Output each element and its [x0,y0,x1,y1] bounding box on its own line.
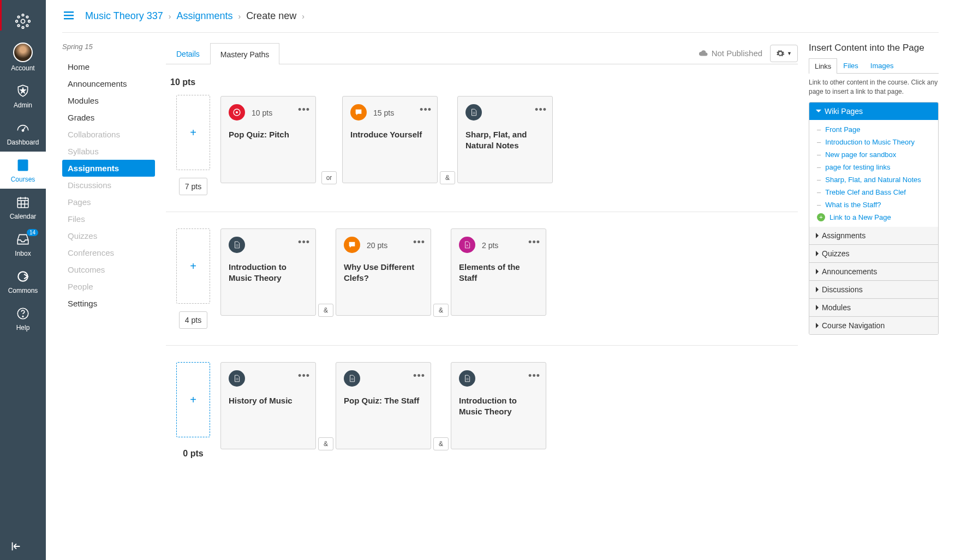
course-nav-syllabus[interactable]: Syllabus [62,143,155,160]
card-title: Introduction to Music Theory [229,262,308,283]
accordion-course-navigation[interactable]: Course Navigation [809,317,938,334]
cloud-icon [699,49,708,58]
accordion-assignments[interactable]: Assignments [809,227,938,244]
discussion-icon [344,237,360,253]
hamburger-button[interactable] [62,9,75,23]
svg-marker-9 [21,88,26,93]
card-menu-button[interactable]: ••• [298,104,310,116]
nav-account[interactable]: Account [0,37,46,77]
path-card[interactable]: ••• Introduction to Music Theory [451,362,546,449]
triangle-right-icon [816,269,819,274]
connector-and[interactable]: & [440,171,455,184]
nav-calendar[interactable]: Calendar [0,189,46,226]
card-menu-button[interactable]: ••• [535,104,547,116]
path-card[interactable]: ••• Introduction to Music Theory [220,228,316,316]
add-item-button[interactable]: + [176,362,210,437]
card-menu-button[interactable]: ••• [528,237,540,248]
path-card[interactable]: 20 pts ••• Why Use Different Clefs? [336,228,431,316]
wiki-page-link[interactable]: –Introduction to Music Theory [809,136,938,148]
settings-button[interactable]: ▼ [770,45,798,62]
svg-point-23 [18,272,27,281]
global-nav: Account Admin Dashboard Courses Calendar… [0,0,46,560]
wiki-page-link[interactable]: –What is the Staff? [809,198,938,211]
sidebar-tab-images[interactable]: Images [864,58,900,73]
nav-label: Help [16,324,30,332]
course-nav-people[interactable]: People [62,278,155,295]
course-nav-grades[interactable]: Grades [62,109,155,126]
accordion-quizzes[interactable]: Quizzes [809,245,938,262]
nav-admin[interactable]: Admin [0,77,46,115]
link-label: Introduction to Music Theory [825,138,915,146]
connector-or[interactable]: or [321,171,337,184]
tabs: Details Mastery Paths [166,43,279,64]
new-page-link[interactable]: +Link to a New Page [809,211,938,224]
nav-label: Calendar [10,213,37,220]
course-nav-home[interactable]: Home [62,58,155,75]
breadcrumb-section[interactable]: Assignments [176,10,232,22]
wiki-page-link[interactable]: –New page for sandbox [809,148,938,161]
logo[interactable] [0,5,46,37]
connector-and[interactable]: & [318,437,333,450]
course-nav-modules[interactable]: Modules [62,92,155,109]
card-menu-button[interactable]: ••• [413,237,425,248]
shield-icon [15,83,31,99]
path-card[interactable]: 10 pts ••• Pop Quiz: Pitch [220,96,316,183]
nav-dashboard[interactable]: Dashboard [0,115,46,152]
svg-point-1 [22,14,24,16]
course-nav-announcements[interactable]: Announcements [62,75,155,92]
card-title: Why Use Different Clefs? [344,262,423,283]
course-nav-settings[interactable]: Settings [62,295,155,312]
path-card[interactable]: ••• History of Music [220,362,316,449]
breadcrumb-course[interactable]: Music Theory 337 [85,10,163,22]
accordion-wiki-pages[interactable]: Wiki Pages [809,103,938,120]
connector-and[interactable]: & [433,304,449,317]
range-lower[interactable]: 7 pts [179,178,207,195]
card-title: Sharp, Flat, and Natural Notes [465,129,545,150]
path-card[interactable]: 15 pts ••• Introduce Yourself [342,96,438,183]
sidebar-tab-files[interactable]: Files [837,58,864,73]
course-nav-discussions[interactable]: Discussions [62,177,155,194]
wiki-page-link[interactable]: –Treble Clef and Bass Clef [809,186,938,198]
add-item-button[interactable]: + [176,228,210,304]
nav-inbox[interactable]: 14 Inbox [0,226,46,263]
nav-label: Account [11,64,34,72]
tab-details[interactable]: Details [166,43,210,64]
wiki-page-link[interactable]: –Front Page [809,123,938,136]
course-nav-outcomes[interactable]: Outcomes [62,261,155,278]
card-points: 20 pts [367,241,387,250]
card-points: 2 pts [482,241,498,250]
nav-commons[interactable]: Commons [0,263,46,300]
course-nav-collaborations[interactable]: Collaborations [62,126,155,143]
nav-label: Dashboard [7,139,39,146]
range-lower[interactable]: 4 pts [179,311,207,329]
accordion-label: Quizzes [822,249,850,258]
sidebar-tab-links[interactable]: Links [809,58,837,74]
course-nav-pages[interactable]: Pages [62,194,155,210]
wiki-page-link[interactable]: –page for testing links [809,161,938,173]
card-menu-button[interactable]: ••• [298,370,310,382]
svg-text:A: A [466,244,468,247]
accordion-modules[interactable]: Modules [809,299,938,316]
card-menu-button[interactable]: ••• [413,370,425,382]
course-nav-files[interactable]: Files [62,210,155,227]
card-menu-button[interactable]: ••• [528,370,540,382]
nav-courses[interactable]: Courses [0,152,46,189]
nav-help[interactable]: Help [0,300,46,337]
course-nav-quizzes[interactable]: Quizzes [62,227,155,244]
tab-mastery-paths[interactable]: Mastery Paths [210,43,279,64]
path-card[interactable]: ••• Pop Quiz: The Staff [336,362,431,449]
course-nav-conferences[interactable]: Conferences [62,244,155,261]
add-item-button[interactable]: + [176,95,210,170]
collapse-nav-button[interactable] [0,533,46,560]
connector-and[interactable]: & [433,437,449,450]
card-menu-button[interactable]: ••• [420,104,432,116]
card-menu-button[interactable]: ••• [298,237,310,248]
path-card[interactable]: ••• Sharp, Flat, and Natural Notes [457,96,553,183]
accordion-discussions[interactable]: Discussions [809,281,938,298]
course-nav-assignments[interactable]: Assignments [62,160,155,177]
wiki-page-link[interactable]: –Sharp, Flat, and Natural Notes [809,173,938,186]
connector-and[interactable]: & [318,304,333,317]
nav-label: Courses [11,176,35,183]
accordion-announcements[interactable]: Announcements [809,263,938,280]
path-card[interactable]: A 2 pts ••• Elements of the Staff [451,228,546,316]
